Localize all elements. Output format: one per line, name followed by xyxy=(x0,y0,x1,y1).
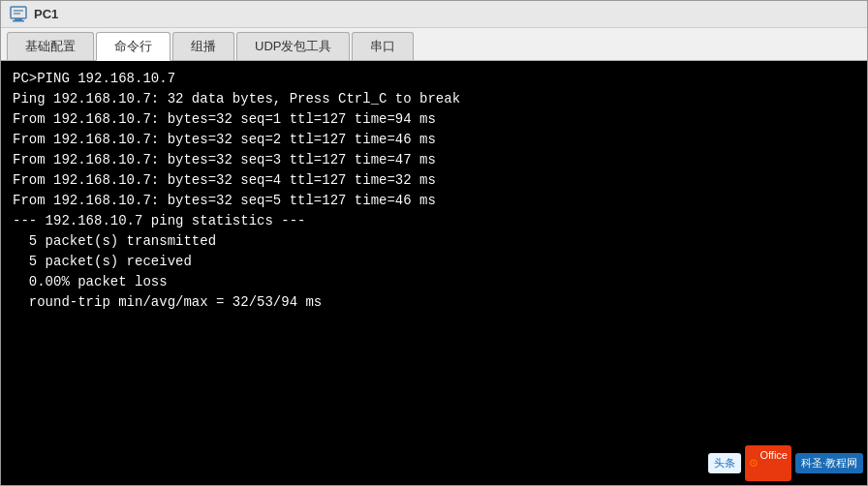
svg-rect-3 xyxy=(15,18,22,20)
terminal-output[interactable]: PC>PING 192.168.10.7Ping 192.168.10.7: 3… xyxy=(1,61,867,485)
tab-basic-config[interactable]: 基础配置 xyxy=(7,32,94,60)
terminal-line: From 192.168.10.7: bytes=32 seq=4 ttl=12… xyxy=(13,170,855,191)
terminal-line: From 192.168.10.7: bytes=32 seq=1 ttl=12… xyxy=(13,109,855,130)
tab-command-line[interactable]: 命令行 xyxy=(96,32,170,61)
terminal-line: From 192.168.10.7: bytes=32 seq=2 ttl=12… xyxy=(13,130,855,150)
svg-rect-4 xyxy=(13,20,24,22)
tab-bar: 基础配置 命令行 组播 UDP发包工具 串口 xyxy=(1,28,867,61)
terminal-line: PC>PING 192.168.10.7 xyxy=(13,69,855,89)
tab-multicast[interactable]: 组播 xyxy=(172,32,234,60)
window-title: PC1 xyxy=(34,7,58,21)
terminal-line: round-trip min/avg/max = 32/53/94 ms xyxy=(13,292,855,313)
main-window: PC1 基础配置 命令行 组播 UDP发包工具 串口 PC>PING 192.1… xyxy=(0,0,868,486)
svg-rect-0 xyxy=(11,7,26,18)
watermark-site: 科圣·教程网 xyxy=(795,453,863,473)
terminal-line: From 192.168.10.7: bytes=32 seq=3 ttl=12… xyxy=(13,150,855,170)
terminal-line: From 192.168.10.7: bytes=32 seq=5 ttl=12… xyxy=(13,191,855,211)
tab-udp-tool[interactable]: UDP发包工具 xyxy=(236,32,350,60)
terminal-line: 0.00% packet loss xyxy=(13,272,855,292)
window-icon xyxy=(9,5,28,24)
title-bar: PC1 xyxy=(1,1,867,28)
watermark-area: 头条 ⊙Office 科圣·教程网 xyxy=(708,445,863,481)
watermark-toutiao: 头条 xyxy=(708,453,741,473)
terminal-text: PC>PING 192.168.10.7Ping 192.168.10.7: 3… xyxy=(13,69,855,313)
watermark-office: ⊙Office xyxy=(745,445,791,481)
terminal-line: Ping 192.168.10.7: 32 data bytes, Press … xyxy=(13,89,855,109)
terminal-line: 5 packet(s) received xyxy=(13,252,855,272)
terminal-line: 5 packet(s) transmitted xyxy=(13,231,855,252)
terminal-line: --- 192.168.10.7 ping statistics --- xyxy=(13,211,855,231)
tab-serial[interactable]: 串口 xyxy=(352,32,414,60)
